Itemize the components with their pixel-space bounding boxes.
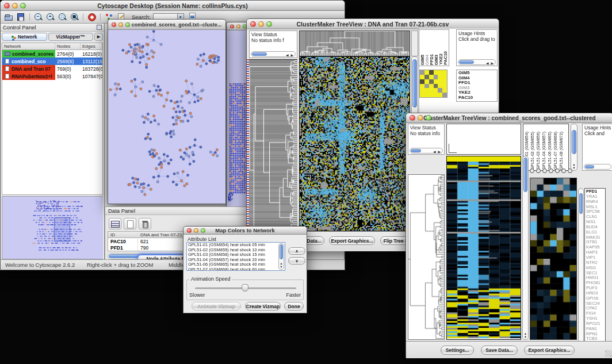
tab-vizmapper[interactable]: VizMapper™ bbox=[48, 33, 94, 41]
zoom-window-icon[interactable] bbox=[125, 22, 130, 27]
resize-grip[interactable] bbox=[605, 350, 612, 357]
usage-hints-hscrollbar[interactable] bbox=[584, 164, 611, 170]
dendrogram-scroll-strip[interactable] bbox=[411, 30, 418, 56]
speed-slider-thumb[interactable] bbox=[242, 284, 248, 292]
treeview2-column-dendrogram-panel[interactable] bbox=[446, 124, 521, 155]
column-label-gpl51-08-gsm872-[interactable]: GPL51-08 (GSM872) bbox=[559, 132, 565, 170]
scrollbar-thumb[interactable] bbox=[579, 193, 583, 214]
gene-pac10[interactable]: PAC10 bbox=[458, 95, 495, 101]
network-row-combined-scores[interactable]: combined_scores 2764(0) 16218(0) bbox=[2, 50, 102, 58]
scrollbar-thumb[interactable] bbox=[412, 59, 417, 108]
close-icon[interactable] bbox=[250, 21, 256, 27]
zoom-window-icon[interactable] bbox=[201, 228, 205, 233]
gene-hrd3[interactable]: HRD3 bbox=[586, 291, 604, 296]
usage-hints-hscrollbar[interactable]: ◀ ▶ bbox=[458, 59, 496, 65]
treeview2-titlebar[interactable]: ClusterMaker TreeView : combined_scores_… bbox=[406, 113, 612, 123]
gene-bud4[interactable]: BUD4 bbox=[586, 225, 604, 230]
gene-rpn1[interactable]: RPN1 bbox=[586, 332, 604, 337]
close-icon[interactable] bbox=[187, 228, 192, 233]
scrollbar-thumb[interactable] bbox=[252, 52, 267, 56]
open-folder-icon[interactable] bbox=[4, 13, 14, 21]
help-lifebuoy-icon[interactable] bbox=[87, 13, 97, 21]
attribute-list-vscrollbar[interactable]: ▲▼ bbox=[278, 243, 284, 270]
minimize-icon[interactable] bbox=[258, 21, 264, 27]
scroll-arrows-icon[interactable]: ◀ ▶ bbox=[286, 52, 294, 57]
row-dendrogram-canvas[interactable] bbox=[249, 59, 297, 231]
gene-msl1[interactable]: MSL1 bbox=[586, 205, 604, 210]
gene-gtb1[interactable]: GTB1 bbox=[586, 240, 604, 245]
gene-elg1[interactable]: ELG1 bbox=[586, 230, 604, 235]
gene-kap95[interactable]: KAP95 bbox=[586, 245, 604, 250]
animate-vizmap-button[interactable]: Animate Vizmap bbox=[192, 302, 241, 311]
overview-selection-rect[interactable] bbox=[54, 217, 70, 242]
heatmap-canvas[interactable] bbox=[446, 156, 521, 340]
gene-nis1[interactable]: NIS1 bbox=[586, 220, 604, 225]
view-status-hscrollbar[interactable]: ◀ ▶ bbox=[410, 148, 443, 154]
gene-pan1[interactable]: PAN1 bbox=[586, 327, 604, 332]
zoom-window-icon[interactable] bbox=[20, 3, 26, 9]
gene-pfd1[interactable]: PFD1 bbox=[586, 189, 604, 194]
minimize-icon[interactable] bbox=[118, 22, 123, 27]
gene-mak31[interactable]: MAK31 bbox=[586, 235, 604, 240]
zoom-heatmap-canvas[interactable] bbox=[530, 178, 577, 340]
gene-gim4[interactable]: GIM4 bbox=[458, 76, 495, 81]
column-label-gpl51-04-gsm857-[interactable]: GPL51-04 (GSM857) bbox=[542, 132, 548, 170]
zoom-window-icon[interactable] bbox=[266, 21, 272, 27]
column-label-gpl51-06-gsm865-[interactable]: GPL51-06 (GSM865) bbox=[548, 132, 553, 170]
heatmap-canvas[interactable] bbox=[299, 56, 410, 231]
gene-sec1[interactable]: SEC1 bbox=[586, 271, 604, 276]
column-label-pac10[interactable]: PAC10 bbox=[443, 51, 448, 65]
scroll-arrows-icon[interactable]: ◀ ▶ bbox=[486, 60, 494, 65]
done-button[interactable]: Done bbox=[284, 302, 304, 311]
close-icon[interactable] bbox=[410, 115, 415, 121]
scrollbar-thumb[interactable] bbox=[572, 130, 576, 154]
gene-gim5[interactable]: GIM5 bbox=[458, 71, 495, 76]
dialog-titlebar[interactable]: Map Colors to Network bbox=[183, 227, 307, 235]
table-button[interactable] bbox=[109, 218, 121, 229]
create-vizmap-button[interactable]: Create Vizmap bbox=[245, 302, 281, 311]
heatmap-vscrollbar[interactable]: ▲▼ bbox=[522, 156, 529, 340]
new-document-button[interactable] bbox=[124, 218, 136, 229]
attribute-item-gpl51-07-gsm868-heat-shock-60-min[interactable]: GPL51-07 (GSM868) heat shock 60 min bbox=[187, 267, 285, 271]
float-panel-icon[interactable] bbox=[97, 25, 102, 30]
network-row-combined-sco-selected[interactable]: combined_sco 2569(6) 13112(15) bbox=[2, 58, 102, 65]
export-graphics-button[interactable]: Export Graphics... bbox=[329, 236, 375, 245]
cytoscape-titlebar[interactable]: Cytoscape Desktop (Session Name: collins… bbox=[1, 1, 345, 11]
gene-yke2[interactable]: YKE2 bbox=[458, 90, 495, 95]
zoom-in-icon[interactable] bbox=[45, 13, 55, 21]
scrollbar-thumb[interactable] bbox=[523, 158, 527, 192]
export-graphics-button[interactable]: Export Graphics... bbox=[524, 346, 575, 355]
gene-pho81[interactable]: PHO81 bbox=[586, 281, 604, 286]
network-overview-panel[interactable] bbox=[2, 196, 103, 259]
scrollbar-thumb[interactable] bbox=[411, 149, 421, 152]
close-icon[interactable] bbox=[112, 22, 116, 27]
column-label-gpl51-03-gsm856-[interactable]: GPL51-03 (GSM856) bbox=[536, 132, 542, 170]
save-data-button[interactable]: Save Data... bbox=[481, 346, 518, 355]
column-label-gpl51-07-gsm868-[interactable]: GPL51-07 (GSM868) bbox=[553, 132, 559, 170]
move-up-button[interactable]: ∧ bbox=[288, 247, 305, 255]
column-dendrogram-canvas[interactable] bbox=[299, 30, 410, 56]
gene-cln1[interactable]: CLN1 bbox=[586, 214, 604, 220]
save-icon[interactable] bbox=[16, 13, 26, 21]
minimize-icon[interactable] bbox=[236, 24, 240, 28]
gene-rpo21[interactable]: RPO21 bbox=[586, 321, 604, 327]
gene-spc98[interactable]: SPC98 bbox=[586, 209, 604, 214]
tab-network[interactable]: Network bbox=[2, 33, 47, 41]
scrollbar-thumb[interactable] bbox=[280, 244, 283, 259]
zoom-selected-icon[interactable] bbox=[58, 13, 67, 21]
gene-hmg1[interactable]: HMG1 bbox=[586, 275, 604, 281]
column-labels-vscrollbar[interactable]: ▲▼ bbox=[571, 124, 577, 171]
gene-vip1[interactable]: VIP1 bbox=[586, 255, 604, 260]
close-icon[interactable] bbox=[230, 24, 234, 28]
zoom-window-icon[interactable] bbox=[426, 115, 431, 121]
gene-msi1[interactable]: MSI1 bbox=[586, 266, 604, 271]
column-label-gpl51-02-gsm855-[interactable]: GPL51-02 (GSM855) bbox=[530, 132, 536, 170]
scroll-arrows-icon[interactable]: ▲▼ bbox=[279, 262, 284, 269]
gene-puf3[interactable]: PUF3 bbox=[586, 286, 604, 291]
gene-list-vscrollbar[interactable]: ▲▼ bbox=[578, 188, 584, 352]
row-dendrogram-canvas[interactable] bbox=[408, 174, 445, 340]
scrollbar-thumb[interactable] bbox=[459, 60, 474, 64]
gene-sec24[interactable]: SEC24 bbox=[586, 301, 604, 306]
network-canvas[interactable] bbox=[108, 30, 225, 204]
trash-button[interactable] bbox=[139, 218, 151, 229]
